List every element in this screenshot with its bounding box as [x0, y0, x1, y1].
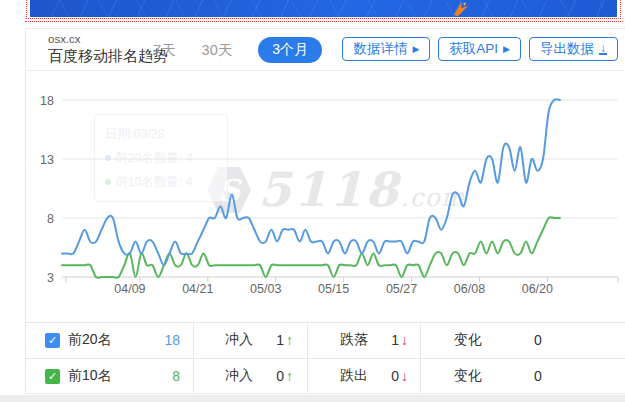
up-arrow-icon: ↑	[286, 368, 293, 384]
dropout-value: 0	[391, 368, 399, 384]
svg-text:06/20: 06/20	[522, 282, 553, 296]
top20-label: 前20名	[68, 331, 112, 349]
change-label: 变化	[454, 331, 482, 349]
surge-label: 冲入	[225, 367, 253, 385]
top10-count: 8	[172, 368, 193, 384]
change-label: 变化	[454, 367, 482, 385]
table-row: ✓ 前10名 8 冲入 0 ↑ 跌出 0 ↓ 变化 0	[25, 358, 625, 394]
up-arrow-icon: ↑	[286, 332, 293, 348]
svg-text:18: 18	[40, 94, 54, 108]
svg-text:04/21: 04/21	[182, 282, 213, 296]
svg-text:04/09: 04/09	[114, 282, 145, 296]
svg-text:8: 8	[47, 212, 54, 226]
svg-text:06/08: 06/08	[454, 282, 485, 296]
surge-value: 1	[276, 332, 284, 348]
change-value: 0	[534, 332, 542, 348]
svg-text:3: 3	[47, 271, 54, 285]
page-bottom-strip	[0, 395, 625, 402]
table-row: ✓ 前20名 18 冲入 1 ↑ 跌落 1 ↓ 变化 0	[25, 322, 625, 358]
fall-value: 1	[391, 332, 399, 348]
svg-text:05/27: 05/27	[386, 282, 417, 296]
surge-value: 0	[276, 368, 284, 384]
top10-checkbox[interactable]: ✓	[45, 369, 60, 384]
down-arrow-icon: ↓	[401, 368, 408, 384]
dropout-label: 跌出	[340, 367, 368, 385]
svg-text:05/15: 05/15	[318, 282, 349, 296]
change-value: 0	[534, 368, 542, 384]
top20-count: 18	[164, 332, 193, 348]
fall-label: 跌落	[340, 331, 368, 349]
surge-label: 冲入	[225, 331, 253, 349]
svg-text:05/03: 05/03	[250, 282, 281, 296]
top10-label: 前10名	[68, 367, 112, 385]
down-arrow-icon: ↓	[401, 332, 408, 348]
svg-text:13: 13	[40, 153, 54, 167]
top20-checkbox[interactable]: ✓	[45, 333, 60, 348]
page: osx.cx 百度移动排名趋势 7天 30天 3个月 数据详情 ▶ 获取API …	[0, 0, 625, 402]
